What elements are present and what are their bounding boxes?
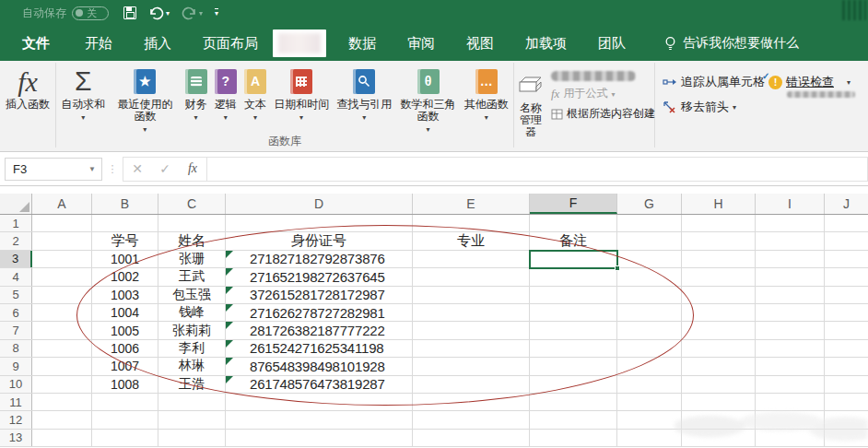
cell-A2[interactable] <box>32 232 92 249</box>
cell-F7[interactable] <box>530 322 617 338</box>
tab-insert[interactable]: 插入 <box>135 26 181 61</box>
cell-C6[interactable]: 钱峰 <box>158 304 226 321</box>
tab-selected-blurred[interactable] <box>273 29 326 57</box>
cell-G5[interactable] <box>617 287 682 303</box>
cell-G9[interactable] <box>617 358 682 374</box>
cell-I1[interactable] <box>756 215 825 231</box>
cell-H3[interactable] <box>682 251 756 267</box>
cell-D7[interactable]: 281726382187777222 <box>226 322 413 338</box>
row-header-5[interactable]: 5 <box>0 287 32 303</box>
cell-I13[interactable] <box>756 430 825 446</box>
cell-B6[interactable]: 1004 <box>92 304 158 321</box>
customize-qat-button[interactable]: ▾ <box>215 8 218 18</box>
cell-B3[interactable]: 1001 <box>92 251 158 267</box>
cell-C2[interactable]: 姓名 <box>158 232 226 249</box>
cell-H12[interactable] <box>682 411 756 428</box>
cell-I6[interactable] <box>756 304 825 321</box>
cell-J9[interactable] <box>825 358 868 374</box>
cell-A10[interactable] <box>32 376 92 393</box>
remove-arrows-button[interactable]: 移去箭头 ▾ <box>663 99 765 115</box>
formula-input[interactable] <box>207 157 868 182</box>
cell-J5[interactable] <box>825 287 868 303</box>
insert-function-button[interactable]: fx 插入函数 <box>3 64 53 151</box>
cell-E6[interactable] <box>413 304 530 321</box>
cell-D9[interactable]: 876548398498101928 <box>226 358 413 374</box>
cell-A5[interactable] <box>32 287 92 303</box>
tab-data[interactable]: 数据 <box>339 26 385 61</box>
cell-H8[interactable] <box>682 340 756 357</box>
cell-A13[interactable] <box>32 430 92 446</box>
tab-team[interactable]: 团队 <box>589 26 635 61</box>
cell-F10[interactable] <box>530 376 617 393</box>
cell-J6[interactable] <box>825 304 868 321</box>
trace-dependents-button[interactable]: 追踪从属单元格 <box>663 74 765 90</box>
cell-H7[interactable] <box>682 322 756 338</box>
cell-F2[interactable]: 备注 <box>530 232 617 249</box>
cell-B8[interactable]: 1006 <box>92 340 158 357</box>
cell-F8[interactable] <box>530 340 617 357</box>
cell-F13[interactable] <box>530 430 617 446</box>
redo-button[interactable]: ▾ <box>182 6 203 20</box>
column-header-I[interactable]: I <box>756 194 825 214</box>
cell-B4[interactable]: 1002 <box>92 268 158 285</box>
cell-I12[interactable] <box>756 411 825 428</box>
cell-G13[interactable] <box>617 430 682 446</box>
cell-E12[interactable] <box>413 411 530 428</box>
tab-addins[interactable]: 加载项 <box>516 26 576 61</box>
cell-J11[interactable] <box>825 394 868 410</box>
cell-G8[interactable] <box>617 340 682 357</box>
column-header-J[interactable]: J <box>825 194 868 214</box>
column-header-F-selected[interactable]: F <box>530 194 617 214</box>
cell-J3[interactable] <box>825 251 868 267</box>
cell-F1[interactable] <box>530 215 617 231</box>
name-manager-button[interactable]: 名称管理器 <box>514 64 547 151</box>
cell-D13[interactable] <box>226 430 413 446</box>
row-header-4[interactable]: 4 <box>0 268 32 285</box>
cell-I11[interactable] <box>756 394 825 410</box>
cell-H2[interactable] <box>682 232 756 249</box>
cell-I7[interactable] <box>756 322 825 338</box>
define-name-blurred-button[interactable] <box>551 71 655 81</box>
cell-E8[interactable] <box>413 340 530 357</box>
cell-G2[interactable] <box>617 232 682 249</box>
cell-D8[interactable]: 261524271625341198 <box>226 340 413 357</box>
cell-J7[interactable] <box>825 322 868 338</box>
cell-C3[interactable]: 张珊 <box>158 251 226 267</box>
cell-E11[interactable] <box>413 394 530 410</box>
insert-function-fx-button[interactable]: fx <box>179 161 206 176</box>
cell-H10[interactable] <box>682 376 756 393</box>
tell-me-box[interactable]: 告诉我你想要做什么 <box>664 35 799 52</box>
cell-F11[interactable] <box>530 394 617 410</box>
cell-D2[interactable]: 身份证号 <box>226 232 413 249</box>
cell-J13[interactable] <box>825 430 868 446</box>
row-header-6[interactable]: 6 <box>0 304 32 321</box>
name-box[interactable]: F3 ▼ <box>5 158 102 181</box>
row-header-12[interactable]: 12 <box>0 411 32 428</box>
column-header-D[interactable]: D <box>226 194 413 214</box>
cell-I4[interactable] <box>756 268 825 285</box>
cell-B12[interactable] <box>92 411 158 428</box>
cell-G3[interactable] <box>617 251 682 267</box>
cell-F5[interactable] <box>530 287 617 303</box>
row-header-7[interactable]: 7 <box>0 322 32 338</box>
cell-E10[interactable] <box>413 376 530 393</box>
cell-A3[interactable] <box>32 251 92 267</box>
cell-A4[interactable] <box>32 268 92 285</box>
cell-H9[interactable] <box>682 358 756 374</box>
cell-C10[interactable]: 王浩 <box>158 376 226 393</box>
cell-B2[interactable]: 学号 <box>92 232 158 249</box>
cell-E5[interactable] <box>413 287 530 303</box>
cell-H4[interactable] <box>682 268 756 285</box>
cell-D1[interactable] <box>226 215 413 231</box>
cell-I8[interactable] <box>756 340 825 357</box>
cell-A1[interactable] <box>32 215 92 231</box>
tab-view[interactable]: 视图 <box>457 26 503 61</box>
cell-C13[interactable] <box>158 430 226 446</box>
cell-H11[interactable] <box>682 394 756 410</box>
autosave-switch-icon[interactable]: 关 <box>72 6 109 20</box>
cell-H6[interactable] <box>682 304 756 321</box>
cell-B11[interactable] <box>92 394 158 410</box>
cell-D6[interactable]: 271626278727282981 <box>226 304 413 321</box>
cell-J8[interactable] <box>825 340 868 357</box>
column-header-C[interactable]: C <box>158 194 226 214</box>
